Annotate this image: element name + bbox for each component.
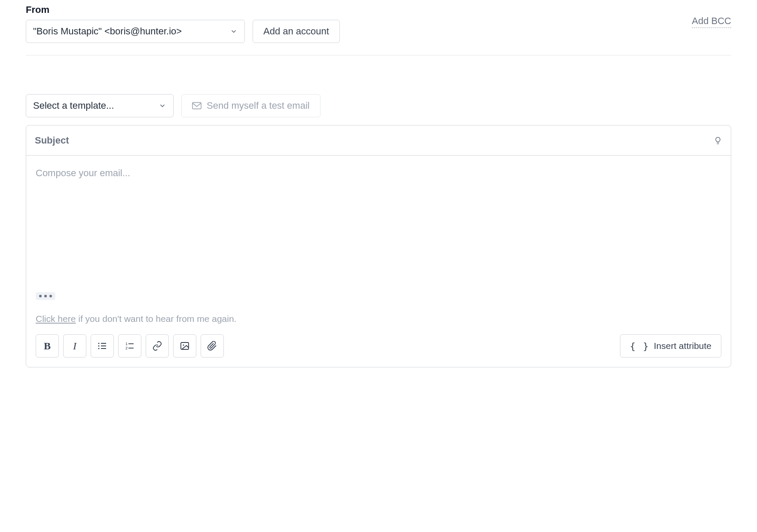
svg-text:1: 1 [125, 342, 128, 346]
attachment-button[interactable] [201, 334, 224, 358]
unsubscribe-text: if you don't want to hear from me again. [76, 314, 236, 324]
lightbulb-icon[interactable] [714, 135, 722, 146]
send-test-email-button[interactable]: Send myself a test email [181, 94, 321, 117]
ellipsis-dot-icon [39, 295, 42, 297]
svg-point-5 [98, 348, 100, 349]
insert-attribute-label: Insert attribute [654, 341, 711, 351]
svg-point-12 [183, 345, 184, 346]
toolbar-formatting-group: B I 1 2 [36, 334, 224, 358]
subject-input[interactable] [35, 135, 714, 146]
from-account-select[interactable]: "Boris Mustapic" <boris@hunter.io> [26, 20, 245, 43]
expand-signature-button[interactable] [36, 292, 55, 300]
chevron-down-icon [159, 102, 166, 110]
unsubscribe-line: Click here if you don't want to hear fro… [26, 305, 731, 334]
numbered-list-button[interactable]: 1 2 [118, 334, 141, 358]
subject-row [26, 125, 731, 156]
link-button[interactable] [146, 334, 169, 358]
from-row: From "Boris Mustapic" <boris@hunter.io> … [26, 4, 731, 43]
editor-toolbar: B I 1 2 [26, 334, 731, 367]
section-divider [26, 55, 731, 55]
italic-icon: I [73, 340, 76, 352]
send-test-label: Send myself a test email [207, 100, 310, 111]
ellipsis-dot-icon [49, 295, 52, 297]
from-label: From [26, 4, 245, 15]
svg-rect-0 [192, 103, 201, 109]
unsubscribe-link[interactable]: Click here [36, 314, 76, 324]
link-icon [152, 341, 162, 351]
paperclip-icon [207, 341, 217, 351]
insert-attribute-button[interactable]: { } Insert attribute [620, 334, 721, 358]
template-select[interactable]: Select a template... [26, 94, 174, 117]
bullet-list-button[interactable] [91, 334, 114, 358]
ellipsis-dot-icon [44, 295, 47, 297]
template-row: Select a template... Send myself a test … [26, 94, 731, 117]
chevron-down-icon [230, 28, 238, 35]
from-group: From "Boris Mustapic" <boris@hunter.io> [26, 4, 245, 43]
numbered-list-icon: 1 2 [125, 341, 135, 351]
email-editor: Compose your email... Click here if you … [26, 125, 731, 367]
svg-text:2: 2 [125, 346, 128, 350]
template-select-placeholder: Select a template... [33, 100, 114, 111]
svg-rect-11 [181, 342, 189, 349]
image-icon [180, 341, 190, 351]
braces-icon: { } [630, 341, 650, 352]
svg-point-1 [98, 343, 100, 344]
image-button[interactable] [173, 334, 196, 358]
signature-area [26, 289, 731, 305]
add-bcc-link[interactable]: Add BCC [692, 15, 731, 28]
mail-icon [192, 102, 201, 110]
compose-body[interactable]: Compose your email... [26, 156, 731, 289]
bold-button[interactable]: B [36, 334, 59, 358]
italic-button[interactable]: I [63, 334, 86, 358]
svg-point-3 [98, 345, 100, 347]
add-account-button[interactable]: Add an account [253, 20, 340, 43]
from-selected-value: "Boris Mustapic" <boris@hunter.io> [33, 26, 182, 37]
compose-placeholder: Compose your email... [36, 168, 721, 179]
bullet-list-icon [97, 341, 107, 351]
bold-icon: B [44, 340, 51, 352]
